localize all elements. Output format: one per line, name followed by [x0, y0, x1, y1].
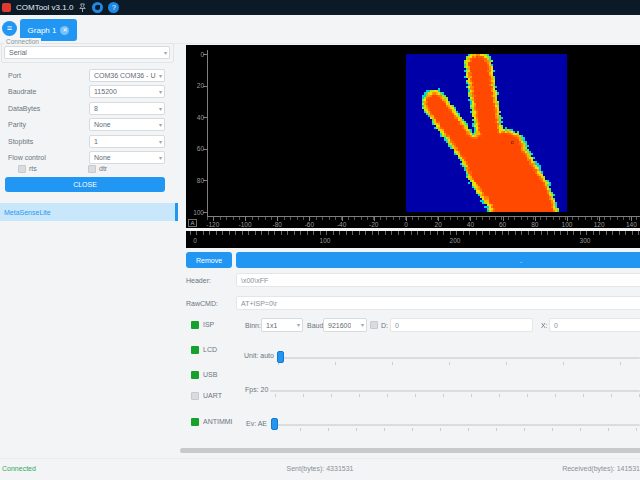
field-select-parity[interactable]: None▾ — [89, 118, 165, 131]
field-label: Stopbits — [8, 138, 33, 145]
field-select-flow-control[interactable]: None▾ — [89, 151, 165, 164]
x-tick-label: 100 — [555, 221, 579, 228]
field-label: DataBytes — [8, 105, 40, 112]
unit-slider[interactable] — [278, 357, 640, 359]
x-label: X: — [541, 322, 548, 329]
x-tick-label: -120 — [201, 221, 225, 228]
rawcmd-label: RawCMD: — [186, 300, 218, 307]
header-label: Header: — [186, 277, 211, 284]
y-tick-label: 40 — [186, 114, 204, 121]
rawcmd-input[interactable] — [236, 296, 640, 310]
thermal-image[interactable] — [406, 54, 567, 212]
baud-select[interactable]: 921600 ▾ — [323, 318, 367, 332]
chevron-down-icon: ▾ — [159, 122, 162, 129]
tab-label: Graph 1 — [28, 26, 57, 35]
hamburger-icon: ≡ — [7, 23, 12, 33]
x-tick-label: -100 — [233, 221, 257, 228]
isp-label: ISP — [203, 321, 214, 328]
overview-tick-label: 200 — [443, 237, 467, 244]
tab-close-icon[interactable]: ✕ — [60, 26, 69, 35]
y-tick-label: 60 — [186, 145, 204, 152]
overview-tick-label: 100 — [313, 237, 337, 244]
x-axis-minor-ticks — [207, 217, 640, 220]
plugin-item-metasenselite[interactable]: MetaSenseLite — [0, 203, 178, 221]
theme-icon — [95, 5, 100, 10]
uart-checkbox[interactable] — [191, 392, 199, 400]
chevron-down-icon: ▾ — [159, 73, 162, 80]
x-tick-label: 20 — [426, 221, 450, 228]
ev-slider-handle[interactable] — [271, 418, 278, 430]
y-tick-label: 100 — [186, 209, 204, 216]
lcd-checkbox[interactable] — [191, 346, 199, 354]
y-tick-label: 0 — [186, 51, 204, 58]
marker-label: c — [511, 139, 514, 145]
header-input[interactable] — [236, 273, 640, 287]
connection-type-select[interactable]: Serial ▾ — [4, 46, 170, 59]
uart-label: UART — [203, 392, 222, 399]
auto-range-button[interactable]: A — [188, 219, 197, 227]
app-logo-icon — [2, 3, 11, 12]
chevron-down-icon: ▾ — [164, 50, 167, 57]
field-label: Port — [8, 72, 21, 79]
sidebar: Connection Serial ▾ PortCOM36 COM36 - US… — [0, 36, 178, 228]
x-tick-label: 60 — [491, 221, 515, 228]
chevron-down-icon: ▾ — [159, 106, 162, 113]
overview-axis[interactable]: 0100200300 — [186, 231, 640, 248]
horizontal-scrollbar[interactable] — [180, 448, 640, 453]
d-input[interactable] — [390, 318, 533, 332]
x-tick-label: -80 — [265, 221, 289, 228]
overview-minor-ticks — [190, 231, 640, 235]
x-tick-label: 140 — [619, 221, 640, 228]
series-bar-button[interactable]: . — [236, 252, 640, 268]
unit-label: Unit: auto — [244, 352, 274, 359]
chevron-down-icon: ▾ — [361, 322, 364, 329]
titlebar: COMTool v3.1.0 ? — [0, 0, 640, 15]
close-button[interactable]: CLOSE — [5, 177, 165, 192]
ev-slider-ticks — [300, 428, 640, 431]
remove-button[interactable]: Remove — [186, 252, 232, 268]
binn-select[interactable]: 1x1 ▾ — [261, 318, 303, 332]
help-icon: ? — [112, 4, 116, 11]
fps-slider-ticks — [275, 394, 640, 397]
field-select-stopbits[interactable]: 1▾ — [89, 135, 165, 148]
status-received: Received(bytes): 141531 — [562, 465, 640, 472]
fps-label: Fps: 20 — [245, 386, 268, 393]
isp-extra-checkbox[interactable] — [370, 321, 378, 329]
menu-button[interactable]: ≡ — [2, 21, 17, 36]
chevron-down-icon: ▾ — [159, 89, 162, 96]
x-input[interactable] — [549, 318, 640, 332]
help-button[interactable]: ? — [108, 2, 119, 13]
rts-checkbox[interactable] — [18, 165, 26, 173]
x-tick-label: 0 — [394, 221, 418, 228]
x-tick-label: 120 — [587, 221, 611, 228]
rts-label: rts — [29, 165, 37, 172]
field-select-baudrate[interactable]: 115200▾ — [89, 85, 165, 98]
pin-icon[interactable] — [78, 3, 87, 13]
app-window: COMTool v3.1.0 ? ≡ Graph 1 ✕ Connection … — [0, 0, 640, 480]
unit-slider-ticks — [278, 362, 640, 365]
usb-checkbox[interactable] — [191, 371, 199, 379]
x-tick-label: -20 — [362, 221, 386, 228]
dtr-checkbox[interactable] — [88, 165, 96, 173]
status-sent: Sent(bytes): 4331531 — [0, 465, 640, 472]
isp-checkbox[interactable] — [191, 321, 199, 329]
antimmi-checkbox[interactable] — [191, 418, 199, 426]
fps-slider[interactable] — [270, 390, 640, 392]
overview-tick-label: 0 — [186, 237, 207, 244]
y-tick-label: 80 — [186, 177, 204, 184]
ev-slider[interactable] — [273, 424, 640, 426]
field-label: Flow control — [8, 154, 46, 161]
dtr-label: dtr — [99, 165, 107, 172]
antimmi-label: ANTIMMI — [203, 418, 233, 425]
field-select-port[interactable]: COM36 COM36 - USB S▾ — [89, 69, 165, 82]
connection-group-label: Connection — [4, 38, 41, 45]
field-select-databytes[interactable]: 8▾ — [89, 102, 165, 115]
app-title: COMTool v3.1.0 — [16, 3, 73, 12]
x-tick-label: 80 — [523, 221, 547, 228]
usb-label: USB — [203, 371, 217, 378]
unit-slider-handle[interactable] — [277, 351, 284, 363]
overview-tick-label: 300 — [573, 237, 597, 244]
y-tick-label: 20 — [186, 82, 204, 89]
plot-area[interactable]: 020406080100 -120-100-80-60-40-200204060… — [186, 45, 640, 228]
theme-button[interactable] — [92, 2, 103, 13]
